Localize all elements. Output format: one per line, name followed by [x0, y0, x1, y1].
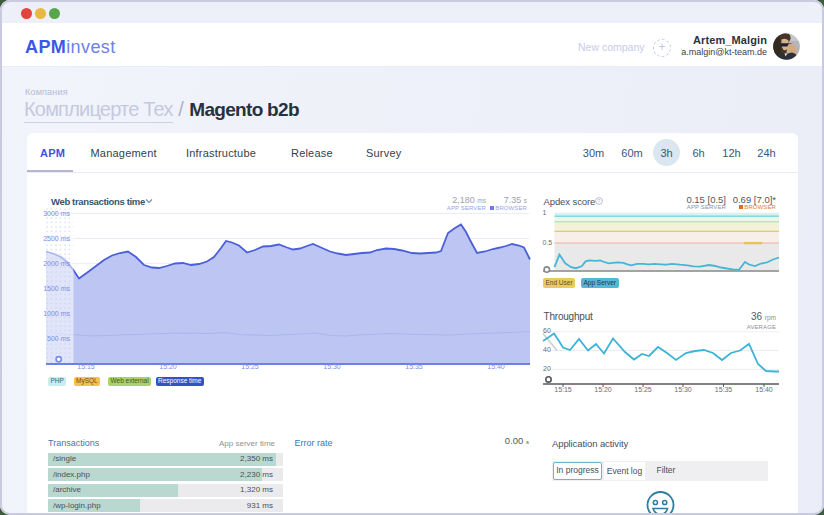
svg-text:15:15: 15:15	[77, 363, 95, 370]
svg-text:15:20: 15:20	[594, 386, 612, 393]
svg-text:20: 20	[543, 365, 551, 372]
svg-text:500 ms: 500 ms	[47, 335, 70, 342]
svg-text:2500 ms: 2500 ms	[43, 235, 70, 242]
svg-text:15:35: 15:35	[715, 386, 733, 393]
svg-text:15:30: 15:30	[674, 386, 692, 393]
svg-text:15:40: 15:40	[755, 386, 773, 393]
svg-text:2000 ms: 2000 ms	[43, 260, 70, 267]
svg-text:15:15: 15:15	[554, 386, 572, 393]
svg-text:15:25: 15:25	[241, 363, 259, 370]
svg-text:1500 ms: 1500 ms	[43, 285, 70, 292]
svg-text:1: 1	[543, 209, 547, 216]
svg-text:15:40: 15:40	[487, 363, 505, 370]
svg-text:15:35: 15:35	[405, 363, 423, 370]
svg-text:3000 ms: 3000 ms	[43, 210, 70, 217]
svg-text:0.5: 0.5	[543, 239, 553, 246]
svg-text:1000 ms: 1000 ms	[43, 310, 70, 317]
svg-text:60: 60	[543, 327, 551, 334]
svg-text:40: 40	[543, 346, 551, 353]
svg-text:15:30: 15:30	[323, 363, 341, 370]
svg-text:15:25: 15:25	[634, 386, 652, 393]
svg-text:15:20: 15:20	[159, 363, 177, 370]
